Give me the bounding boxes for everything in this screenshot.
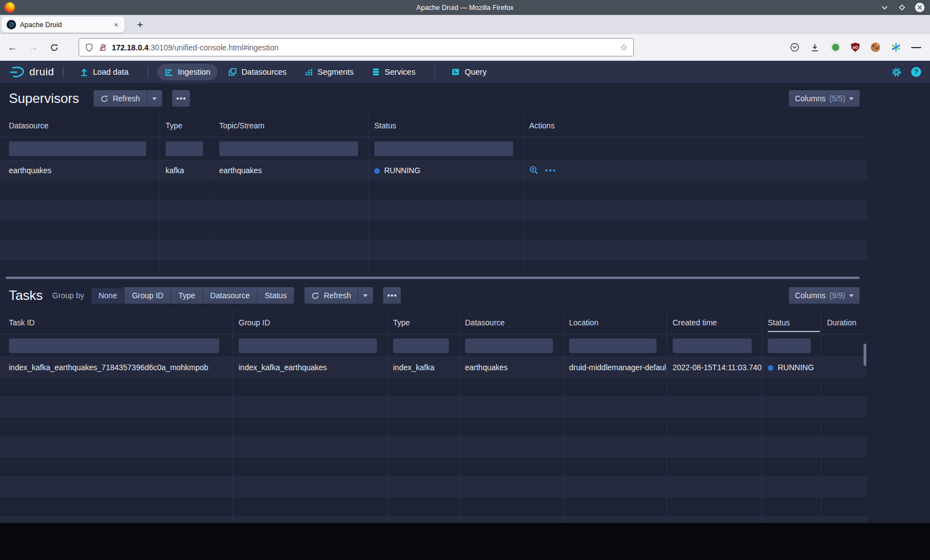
insecure-lock-icon[interactable] [99, 43, 107, 52]
nav-item-segments[interactable]: Segments [297, 64, 361, 80]
menu-hamburger-icon[interactable] [911, 43, 921, 53]
console-icon [451, 68, 460, 76]
columns-label: Columns [795, 94, 825, 103]
tasks-section: Tasks Group by None Group ID Type Dataso… [0, 280, 930, 523]
forward-button[interactable]: → [29, 42, 38, 53]
tasks-refresh-caret-button[interactable] [358, 287, 373, 304]
gantt-chart-icon [164, 68, 173, 76]
tasks-columns-button[interactable]: Columns (9/9) [789, 287, 860, 304]
tab-title: Apache Druid [20, 21, 113, 29]
inspect-magnifier-icon[interactable] [529, 165, 539, 175]
empty-row [0, 517, 867, 523]
downloads-icon[interactable] [810, 43, 820, 53]
druid-logo[interactable]: druid [9, 66, 54, 78]
maximize-button[interactable] [897, 3, 907, 12]
tasks-refresh-button[interactable]: Refresh [304, 287, 358, 304]
col-header-status[interactable]: Status [369, 114, 524, 137]
group-by-status-button[interactable]: Status [257, 287, 294, 304]
supervisors-toolbar: Supervisors Refresh Columns (5/5) [0, 83, 930, 114]
nav-label-query: Query [464, 68, 487, 76]
horizontal-scrollbar[interactable] [6, 277, 860, 279]
col-header-task-id[interactable]: Task ID [0, 311, 233, 334]
filter-datasource-input[interactable] [465, 338, 553, 353]
reload-button[interactable] [50, 43, 59, 52]
tracking-shield-icon[interactable] [85, 43, 94, 52]
cookie-extension-icon[interactable] [870, 43, 880, 53]
group-by-button-group: None Group ID Type Datasource Status [91, 287, 294, 304]
filter-task-id-input[interactable] [9, 338, 219, 353]
filter-status-input[interactable] [768, 338, 811, 353]
status-text: RUNNING [778, 363, 814, 372]
nav-item-load-data[interactable]: Load data [73, 64, 136, 80]
nav-divider [63, 66, 64, 77]
nav-item-ingestion[interactable]: Ingestion [157, 64, 218, 80]
filter-location-input[interactable] [569, 338, 657, 353]
stacked-tables-icon [228, 68, 237, 76]
settings-gear-icon[interactable] [891, 67, 902, 77]
nav-label-load-data: Load data [93, 68, 129, 76]
close-button[interactable] [915, 3, 924, 12]
col-header-duration[interactable]: Duration [822, 311, 867, 334]
new-tab-button[interactable]: + [132, 19, 148, 31]
filter-datasource-input[interactable] [9, 141, 146, 156]
col-header-type[interactable]: Type [388, 311, 459, 334]
tab-close-icon[interactable]: × [113, 20, 120, 29]
tasks-more-button[interactable] [383, 287, 401, 304]
url-bar[interactable]: 172.18.0.4:30109/unified-console.html#in… [79, 38, 634, 56]
supervisors-empty-rows [0, 180, 867, 280]
ublock-origin-icon[interactable]: uO [851, 43, 860, 52]
task-id: index_kafka_earthquakes_7184357396d6c0a_… [0, 357, 233, 377]
task-duration [822, 357, 867, 377]
minimize-button[interactable] [880, 3, 889, 12]
filter-created-time-input[interactable] [673, 338, 752, 353]
filter-topic-stream-input[interactable] [219, 141, 358, 156]
group-by-none-button[interactable]: None [91, 287, 125, 304]
filter-type-input[interactable] [393, 338, 449, 353]
supervisors-refresh-button[interactable]: Refresh [94, 90, 147, 107]
group-by-datasource-button[interactable]: Datasource [203, 287, 258, 304]
supervisors-title: Supervisors [9, 91, 79, 106]
nav-divider [148, 66, 148, 77]
task-created-time: 2022-08-15T14:11:03.740Z [667, 357, 762, 377]
row-more-actions-icon[interactable] [545, 169, 555, 172]
filter-group-id-input[interactable] [239, 338, 377, 353]
col-header-datasource[interactable]: Datasource [0, 114, 160, 137]
vertical-scrollbar[interactable] [864, 344, 866, 366]
extension-green-icon[interactable] [830, 43, 840, 53]
supervisors-table-header: Datasource Type Topic/Stream Status Acti… [0, 114, 867, 137]
nav-divider [435, 66, 435, 77]
empty-row [0, 397, 867, 417]
nav-item-datasources[interactable]: Datasources [221, 64, 293, 80]
col-header-location[interactable]: Location [564, 311, 667, 334]
nav-label-datasources: Datasources [241, 68, 286, 76]
col-header-type[interactable]: Type [160, 114, 214, 137]
tab-apache-druid[interactable]: Apache Druid × [2, 17, 125, 33]
pocket-icon[interactable] [789, 43, 799, 53]
col-header-topic-stream[interactable]: Topic/Stream [214, 114, 369, 137]
brand-name: druid [29, 66, 54, 78]
supervisors-more-button[interactable] [172, 90, 190, 107]
tab-bar: Apache Druid × + [0, 15, 930, 34]
col-header-group-id[interactable]: Group ID [233, 311, 388, 334]
empty-row [0, 180, 867, 200]
languagetool-asterisk-icon[interactable] [891, 43, 901, 53]
url-text[interactable]: 172.18.0.4:30109/unified-console.html#in… [112, 43, 620, 52]
filter-type-input[interactable] [166, 141, 203, 156]
supervisors-refresh-caret-button[interactable] [147, 90, 162, 107]
back-button[interactable]: ← [8, 42, 17, 53]
col-header-created-time[interactable]: Created time [667, 311, 762, 334]
firefox-logo-icon [4, 2, 15, 13]
nav-item-query[interactable]: Query [444, 64, 494, 80]
col-header-datasource[interactable]: Datasource [459, 311, 564, 334]
supervisors-columns-button[interactable]: Columns (5/5) [789, 90, 860, 107]
col-header-status-sorted[interactable]: Status [762, 311, 822, 334]
stacked-bar-chart-icon [304, 68, 313, 76]
help-icon[interactable]: ? [911, 67, 921, 77]
nav-item-services[interactable]: Services [364, 64, 423, 80]
group-by-label: Group by [52, 291, 84, 300]
filter-status-input[interactable] [374, 141, 513, 156]
bookmark-star-icon[interactable]: ☆ [620, 42, 628, 53]
group-by-group-id-button[interactable]: Group ID [125, 287, 171, 304]
empty-row [0, 240, 867, 260]
group-by-type-button[interactable]: Type [171, 287, 203, 304]
